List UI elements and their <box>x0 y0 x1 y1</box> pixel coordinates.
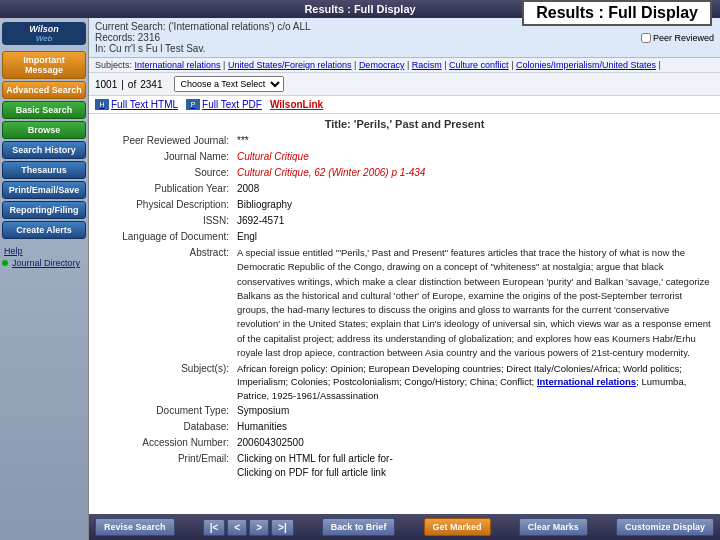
full-text-pdf-label: Full Text PDF <box>202 99 262 110</box>
issn-value: J692-4571 <box>237 214 712 228</box>
doc-type-value: Symposium <box>237 404 712 418</box>
journal-directory-dot <box>2 260 8 266</box>
doc-type-field: Document Type: Symposium <box>97 404 712 418</box>
source-value: Cultural Critique, 62 (Winter 2006) p 1-… <box>237 166 712 180</box>
peer-reviewed-field: Peer Reviewed Journal: *** <box>97 134 712 148</box>
peer-reviewed-check: Peer Reviewed <box>641 33 714 43</box>
language-value: Engl <box>237 230 712 244</box>
main-content: Current Search: ('International relation… <box>88 18 720 540</box>
database-label: Database: <box>97 420 237 434</box>
title-bar-right: Results : Full Display <box>522 0 712 26</box>
pub-year-value: 2008 <box>237 182 712 196</box>
text-select-dropdown[interactable]: Choose a Text Select <box>174 76 284 92</box>
peer-reviewed-checkbox[interactable] <box>641 33 651 43</box>
sidebar-btn-browse[interactable]: Browse <box>2 121 86 139</box>
accession-field: Accession Number: 200604302500 <box>97 436 712 450</box>
logo-line1: Wilson <box>6 24 82 34</box>
get-marked-button[interactable]: Get Marked <box>424 518 491 536</box>
subject-link-1[interactable]: United States/Foreign relations <box>228 60 352 70</box>
printing-value: Clicking on HTML for full article for- C… <box>237 452 712 480</box>
language-field: Language of Document: Engl <box>97 230 712 244</box>
subject-link-3[interactable]: Racism <box>412 60 442 70</box>
of-label: | <box>121 79 124 90</box>
sidebar-btn-advanced-search[interactable]: Advanced Search <box>2 81 86 99</box>
sidebar-btn-search-history[interactable]: Search History <box>2 141 86 159</box>
clear-marks-button[interactable]: Clear Marks <box>519 518 588 536</box>
title-bar: Results : Full Display Results : Full Di… <box>0 0 720 18</box>
nav-arrows: |< < > >| <box>203 519 294 536</box>
journal-name-field: Journal Name: Cultural Critique <box>97 150 712 164</box>
printing-line2: Clicking on PDF for full article link <box>237 466 712 480</box>
subjects-header-label: Subjects: <box>95 60 132 70</box>
in-line: In: Cu rr'l s Fu l Test Sav. <box>95 43 714 54</box>
subject-link-0[interactable]: International relations <box>135 60 221 70</box>
subject-link-2[interactable]: Democracy <box>359 60 405 70</box>
view-options: H Full Text HTML P Full Text PDF WilsonL… <box>89 96 720 114</box>
subjects-field: Subject(s): African foreign policy: Opin… <box>97 362 712 402</box>
printing-label: Print/Email: <box>97 452 237 480</box>
subject-link-5[interactable]: Colonies/Imperialism/United States <box>516 60 656 70</box>
subject-link-4[interactable]: Culture conflict <box>449 60 509 70</box>
sidebar-nav-journal-directory[interactable]: Journal Directory <box>10 257 82 269</box>
accession-label: Accession Number: <box>97 436 237 450</box>
article-title: Title: 'Perils,' Past and Present <box>97 118 712 130</box>
nav-first-button[interactable]: |< <box>203 519 226 536</box>
sidebar-btn-print-email-save[interactable]: Print/Email/Save <box>2 181 86 199</box>
title-bar-label: Results : Full Display <box>304 3 415 15</box>
database-value: Humanities <box>237 420 712 434</box>
revise-search-button[interactable]: Revise Search <box>95 518 175 536</box>
full-text-html-option[interactable]: H Full Text HTML <box>95 99 178 110</box>
printing-line1: Clicking on HTML for full article for- <box>237 452 712 466</box>
printing-field: Print/Email: Clicking on HTML for full a… <box>97 452 712 480</box>
sidebar-btn-thesaurus[interactable]: Thesaurus <box>2 161 86 179</box>
journal-name-label: Journal Name: <box>97 150 237 164</box>
peer-reviewed-journal-value: *** <box>237 134 712 148</box>
sidebar-nav-help[interactable]: Help <box>2 245 86 257</box>
accession-value: 200604302500 <box>237 436 712 450</box>
record-number: 1001 <box>95 79 117 90</box>
pub-year-label: Publication Year: <box>97 182 237 196</box>
source-field: Source: Cultural Critique, 62 (Winter 20… <box>97 166 712 180</box>
pub-year-field: Publication Year: 2008 <box>97 182 712 196</box>
physical-desc-label: Physical Description: <box>97 198 237 212</box>
abstract-label: Abstract: <box>97 246 237 360</box>
of-text: of <box>128 79 136 90</box>
issn-field: ISSN: J692-4571 <box>97 214 712 228</box>
wilson-link[interactable]: WilsonLink <box>270 99 323 110</box>
pdf-icon: P <box>186 99 200 110</box>
source-label: Source: <box>97 166 237 180</box>
issn-label: ISSN: <box>97 214 237 228</box>
physical-desc-field: Physical Description: Bibliography <box>97 198 712 212</box>
sidebar-btn-create-alerts[interactable]: Create Alerts <box>2 221 86 239</box>
database-field: Database: Humanities <box>97 420 712 434</box>
article-content: Title: 'Perils,' Past and Present Peer R… <box>89 114 720 514</box>
bottom-bar: Revise Search |< < > >| Back to Brief Ge… <box>89 514 720 540</box>
full-text-pdf-option[interactable]: P Full Text PDF <box>186 99 262 110</box>
html-icon: H <box>95 99 109 110</box>
back-to-brief-button[interactable]: Back to Brief <box>322 518 396 536</box>
records-count: Records: 2316 <box>95 32 160 43</box>
peer-reviewed-journal-label: Peer Reviewed Journal: <box>97 134 237 148</box>
subjects-line: Subjects: International relations | Unit… <box>89 58 720 73</box>
full-text-html-label: Full Text HTML <box>111 99 178 110</box>
total-records: 2341 <box>140 79 162 90</box>
logo-line2: Web <box>6 34 82 43</box>
physical-desc-value: Bibliography <box>237 198 712 212</box>
intl-relations-link[interactable]: International relations <box>537 376 636 387</box>
abstract-value: A special issue entitled "'Perils,' Past… <box>237 246 712 360</box>
customize-display-button[interactable]: Customize Display <box>616 518 714 536</box>
nav-last-button[interactable]: >| <box>271 519 294 536</box>
journal-name-value: Cultural Critique <box>237 150 712 164</box>
subjects-value: African foreign policy: Opinion; Europea… <box>237 362 712 402</box>
doc-type-label: Document Type: <box>97 404 237 418</box>
nav-next-button[interactable]: > <box>249 519 269 536</box>
sidebar-btn-basic-search[interactable]: Basic Search <box>2 101 86 119</box>
nav-prev-button[interactable]: < <box>227 519 247 536</box>
sidebar-btn-reporting-filing[interactable]: Reporting/Filing <box>2 201 86 219</box>
sidebar: Wilson Web Important Message Advanced Se… <box>0 18 88 540</box>
language-label: Language of Document: <box>97 230 237 244</box>
peer-reviewed-label: Peer Reviewed <box>653 33 714 43</box>
abstract-field: Abstract: A special issue entitled "'Per… <box>97 246 712 360</box>
sidebar-btn-important-message[interactable]: Important Message <box>2 51 86 79</box>
sidebar-logo: Wilson Web <box>2 22 86 45</box>
